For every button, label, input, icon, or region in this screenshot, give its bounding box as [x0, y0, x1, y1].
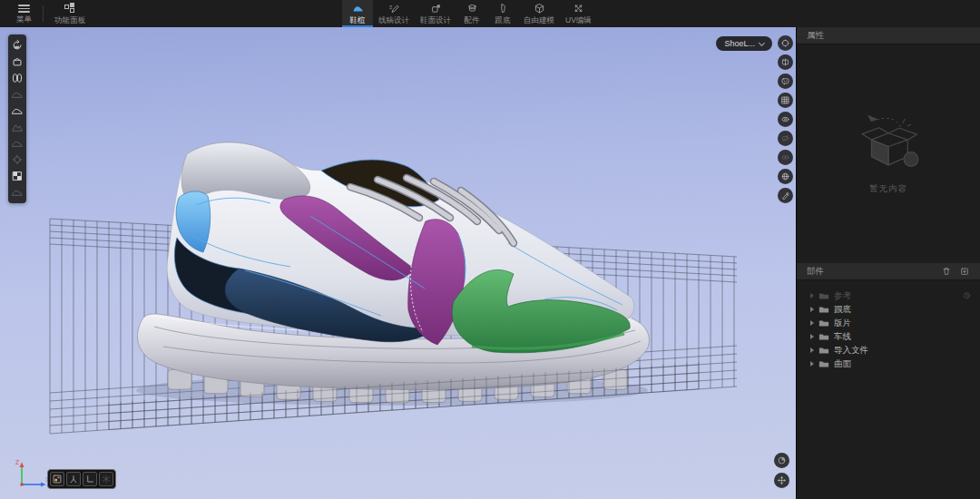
- model-selector[interactable]: ShoeL...: [716, 36, 772, 51]
- mirror-icon[interactable]: [778, 54, 793, 70]
- tree-item-stitching[interactable]: 车线: [797, 329, 980, 343]
- uv-checker-icon[interactable]: [11, 170, 24, 182]
- comment-icon[interactable]: [778, 73, 793, 89]
- add-group-icon[interactable]: [959, 266, 970, 277]
- tab-upper-design[interactable]: 鞋面设计: [415, 0, 456, 27]
- caret-icon[interactable]: [810, 334, 814, 339]
- shoe-outline-icon[interactable]: [11, 88, 24, 101]
- folder-icon: [818, 291, 829, 300]
- tab-sketch-design[interactable]: 线稿设计: [373, 0, 415, 27]
- function-panel-label: 功能面板: [54, 16, 85, 24]
- wireframe-sphere-icon[interactable]: [778, 169, 793, 184]
- tree-item-patterns[interactable]: 版片: [797, 316, 980, 329]
- viewport-3d[interactable]: ShoeL...: [0, 27, 796, 499]
- material-bag-icon[interactable]: [11, 55, 24, 68]
- folder-icon: [818, 318, 829, 328]
- empty-state: 暂无内容: [848, 108, 928, 195]
- menu-button[interactable]: 菜单: [7, 0, 41, 27]
- left-tool-strip: [8, 34, 26, 203]
- properties-header: 属性: [797, 27, 980, 44]
- upper-design-icon: [430, 3, 442, 15]
- tripod-axis-icon[interactable]: [66, 472, 81, 486]
- grid-icon[interactable]: [778, 93, 793, 108]
- chevron-down-icon: [759, 39, 765, 45]
- app-window: 菜单 功能面板 鞋楦 线稿设计 鞋面设计 配件: [0, 0, 980, 499]
- shoe-solid-icon[interactable]: [11, 104, 24, 117]
- measure-icon[interactable]: [778, 188, 793, 203]
- properties-body: 暂无内容: [797, 44, 980, 263]
- tab-free-modeling[interactable]: 自由建模: [518, 0, 560, 27]
- menu-icon: [18, 5, 30, 13]
- shoe-last-icon: [352, 3, 364, 15]
- render-mode-icon[interactable]: [50, 472, 64, 486]
- axis-z-label: Z: [15, 459, 20, 465]
- model-selector-label: ShoeL...: [724, 40, 755, 48]
- function-panel-icon: [64, 3, 75, 14]
- orbit-view-icon[interactable]: [774, 453, 789, 468]
- shoe-model[interactable]: [137, 142, 649, 403]
- right-panel: 属性 暂无内容: [796, 27, 980, 499]
- caret-icon[interactable]: [810, 307, 814, 312]
- topbar-divider: [43, 5, 44, 22]
- empty-text: 暂无内容: [869, 183, 907, 195]
- view-mode-toolbar: [47, 469, 116, 489]
- tree-item-imported-files[interactable]: 导入文件: [797, 343, 980, 357]
- properties-title: 属性: [807, 30, 824, 42]
- material-sphere-icon[interactable]: [778, 35, 793, 51]
- free-modeling-icon: [534, 3, 545, 15]
- last-bottom-icon[interactable]: [11, 121, 24, 133]
- parts-header: 部件: [797, 263, 980, 280]
- shoe-flat-icon[interactable]: [11, 137, 24, 150]
- module-tabs: 鞋楦 线稿设计 鞋面设计 配件 跟底 自由建模: [342, 0, 597, 27]
- eye-settings-icon[interactable]: [778, 112, 793, 127]
- function-panel-button[interactable]: 功能面板: [45, 0, 94, 27]
- right-tool-column: [778, 35, 793, 203]
- scene-3d[interactable]: [0, 27, 796, 499]
- menu-label: 菜单: [16, 15, 32, 24]
- heel-sole-icon: [497, 3, 509, 15]
- parts-tree: 参考 跟底 版片 车线: [797, 280, 980, 499]
- delete-icon[interactable]: [941, 266, 952, 277]
- caret-icon[interactable]: [810, 293, 814, 298]
- topbar: 菜单 功能面板 鞋楦 线稿设计 鞋面设计 配件: [0, 0, 980, 27]
- eye-off-icon[interactable]: [778, 131, 793, 146]
- folder-icon: [818, 359, 829, 368]
- pan-view-icon[interactable]: [774, 473, 789, 488]
- history-icon[interactable]: [962, 290, 972, 300]
- empty-box-illustration: [848, 108, 928, 175]
- tab-accessories[interactable]: 配件: [456, 0, 487, 27]
- crosshair-icon[interactable]: [11, 153, 24, 166]
- folder-icon: [818, 305, 829, 314]
- star-axis-icon[interactable]: [99, 472, 113, 486]
- tab-shoe-last[interactable]: 鞋楦: [342, 0, 373, 27]
- caret-icon[interactable]: [810, 347, 814, 353]
- last-pair-icon[interactable]: [11, 72, 24, 84]
- corner-axis-icon[interactable]: [83, 472, 97, 486]
- folder-icon: [818, 346, 829, 355]
- bottom-right-tools: [774, 453, 789, 488]
- shoe-small-icon[interactable]: [11, 186, 24, 199]
- accessories-icon: [466, 3, 478, 15]
- uv-edit-icon: [573, 3, 584, 15]
- last-rotate-icon[interactable]: [11, 39, 24, 52]
- tree-item-heel-sole[interactable]: 跟底: [797, 302, 980, 316]
- folder-icon: [818, 332, 829, 341]
- caret-icon[interactable]: [810, 320, 814, 326]
- parts-title: 部件: [807, 266, 824, 278]
- tree-item-reference[interactable]: 参考: [797, 289, 980, 302]
- link-icon[interactable]: [778, 150, 793, 165]
- tab-heel-sole[interactable]: 跟底: [487, 0, 518, 27]
- sketch-design-icon: [388, 3, 400, 15]
- caret-icon[interactable]: [810, 361, 814, 367]
- tree-item-surfaces[interactable]: 曲面: [797, 357, 980, 370]
- tab-uv-edit[interactable]: UV编辑: [560, 0, 597, 27]
